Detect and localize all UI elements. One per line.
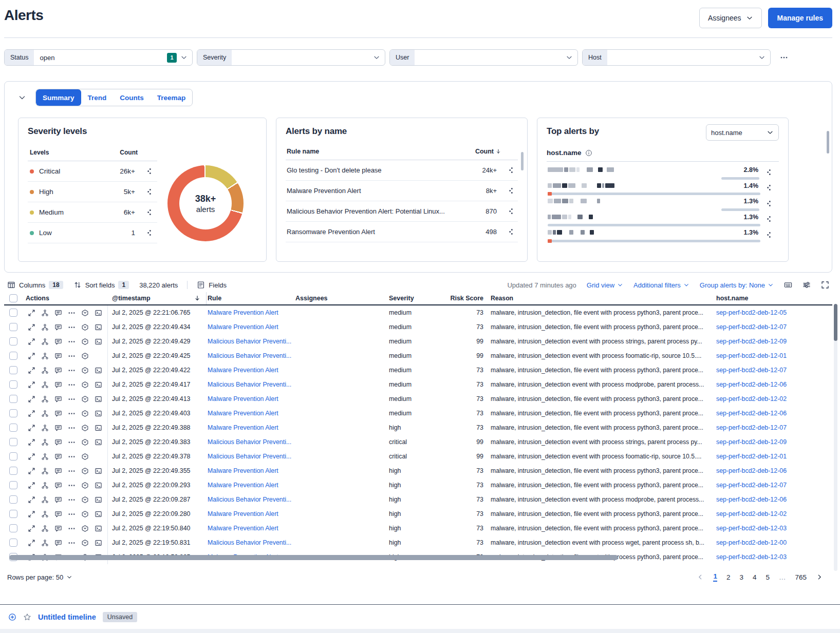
add-note-button[interactable] (52, 466, 64, 476)
row-checkbox[interactable] (9, 380, 17, 389)
rule-link[interactable]: Malware Prevention Alert (208, 510, 278, 517)
rule-link[interactable]: Malicious Behavior Preventi... (208, 453, 291, 460)
host-link[interactable]: sep-perf-bcd2-deb-12-07 (716, 482, 787, 489)
host-name-column-header[interactable]: host.name (712, 292, 790, 304)
inspect-button[interactable] (763, 183, 775, 193)
inspect-button[interactable] (763, 229, 775, 240)
add-note-button[interactable] (52, 423, 64, 433)
inspect-button[interactable] (505, 165, 517, 176)
tab-summary[interactable]: Summary (36, 89, 81, 106)
host-link[interactable]: sep-perf-bcd2-deb-12-05 (716, 309, 787, 316)
session-view-button[interactable] (79, 509, 91, 519)
more-actions-button[interactable] (66, 336, 78, 347)
analyze-event-button[interactable] (39, 523, 51, 533)
inspect-button[interactable] (143, 207, 155, 218)
session-view-button[interactable] (79, 322, 91, 332)
host-filter[interactable]: Host (582, 49, 771, 66)
host-link[interactable]: sep-perf-bcd2-deb-12-01 (716, 352, 787, 359)
add-note-button[interactable] (52, 451, 64, 462)
status-filter[interactable]: Status open 1 (4, 49, 193, 66)
add-note-button[interactable] (52, 480, 64, 490)
open-terminal-button[interactable] (92, 480, 104, 490)
rule-link[interactable]: Malware Prevention Alert (208, 323, 278, 331)
more-actions-button[interactable] (66, 379, 78, 390)
rule-link[interactable]: Malware Prevention Alert (208, 525, 278, 532)
expand-alert-button[interactable] (26, 394, 38, 404)
page-5-button[interactable]: 5 (766, 573, 770, 581)
expand-alert-button[interactable] (26, 351, 38, 361)
add-note-button[interactable] (52, 509, 64, 519)
fields-button[interactable]: Fields (197, 281, 227, 289)
reason-column-header[interactable]: Reason (483, 292, 712, 304)
session-view-button[interactable] (79, 351, 91, 361)
analyze-event-button[interactable] (39, 451, 51, 462)
host-link[interactable]: sep-perf-bcd2-deb-12-09 (716, 338, 787, 345)
sort-fields-button[interactable]: Sort fields 1 (73, 281, 129, 289)
top-alerts-field-select[interactable]: host.name (706, 124, 779, 141)
inspect-button[interactable] (763, 214, 775, 224)
analyze-event-button[interactable] (39, 466, 51, 476)
row-checkbox[interactable] (9, 524, 17, 532)
inspect-button[interactable] (505, 186, 517, 196)
row-checkbox[interactable] (9, 424, 17, 432)
columns-button[interactable]: Columns 18 (7, 281, 63, 289)
summary-scrollbar[interactable] (827, 131, 829, 154)
row-checkbox[interactable] (9, 495, 17, 504)
expand-alert-button[interactable] (26, 308, 38, 318)
more-actions-button[interactable] (66, 394, 78, 404)
expand-alert-button[interactable] (26, 538, 38, 548)
rule-column-header[interactable]: Rule (207, 292, 295, 304)
analyze-event-button[interactable] (39, 538, 51, 548)
rule-link[interactable]: Malware Prevention Alert (208, 309, 278, 316)
rule-link[interactable]: Malware Prevention Alert (208, 467, 278, 474)
open-timeline-button[interactable] (8, 613, 16, 621)
expand-alert-button[interactable] (26, 494, 38, 505)
row-checkbox[interactable] (9, 452, 17, 461)
more-actions-button[interactable] (66, 351, 78, 361)
group-alerts-by-button[interactable]: Group alerts by: None (700, 281, 774, 289)
additional-filters-button[interactable]: Additional filters (633, 281, 689, 289)
inspect-button[interactable] (763, 167, 775, 177)
host-link[interactable]: sep-perf-bcd2-deb-12-00 (716, 539, 787, 546)
rule-link[interactable]: Malicious Behavior Preventi... (208, 496, 291, 503)
expand-alert-button[interactable] (26, 322, 38, 332)
favorite-timeline-button[interactable] (23, 613, 31, 621)
open-terminal-button[interactable] (92, 408, 104, 418)
analyze-event-button[interactable] (39, 394, 51, 404)
more-actions-button[interactable] (66, 523, 78, 533)
open-terminal-button[interactable] (92, 437, 104, 447)
rule-link[interactable]: Malicious Behavior Preventi... (208, 338, 291, 345)
session-view-button[interactable] (79, 523, 91, 533)
row-checkbox[interactable] (9, 366, 17, 374)
page-2-button[interactable]: 2 (726, 573, 731, 581)
expand-alert-button[interactable] (26, 480, 38, 490)
session-view-button[interactable] (79, 394, 91, 404)
severity-column-header[interactable]: Severity (389, 292, 444, 304)
inspect-button[interactable] (505, 227, 517, 237)
add-note-button[interactable] (52, 394, 64, 404)
inspect-button[interactable] (763, 198, 775, 208)
host-link[interactable]: sep-perf-bcd2-deb-12-06 (716, 410, 787, 417)
vertical-scrollbar-thumb[interactable] (834, 304, 837, 341)
analyze-event-button[interactable] (39, 379, 51, 390)
inspect-button[interactable] (505, 206, 517, 217)
analyze-event-button[interactable] (39, 336, 51, 347)
rule-link[interactable]: Malware Prevention Alert (208, 482, 278, 489)
session-view-button[interactable] (79, 538, 91, 548)
expand-alert-button[interactable] (26, 379, 38, 390)
more-actions-button[interactable] (66, 494, 78, 505)
host-link[interactable]: sep-perf-bcd2-deb-12-01 (716, 453, 787, 460)
session-view-button[interactable] (79, 336, 91, 347)
analyze-event-button[interactable] (39, 408, 51, 418)
add-note-button[interactable] (52, 523, 64, 533)
add-note-button[interactable] (52, 365, 64, 375)
more-actions-button[interactable] (66, 466, 78, 476)
row-checkbox[interactable] (9, 352, 17, 360)
rule-link[interactable]: Malware Prevention Alert (208, 424, 278, 431)
host-link[interactable]: sep-perf-bcd2-deb-12-03 (716, 553, 787, 561)
rule-link[interactable]: Malware Prevention Alert (208, 395, 278, 402)
user-filter[interactable]: User (389, 49, 578, 66)
row-checkbox[interactable] (9, 323, 17, 331)
expand-alert-button[interactable] (26, 365, 38, 375)
add-note-button[interactable] (52, 308, 64, 318)
